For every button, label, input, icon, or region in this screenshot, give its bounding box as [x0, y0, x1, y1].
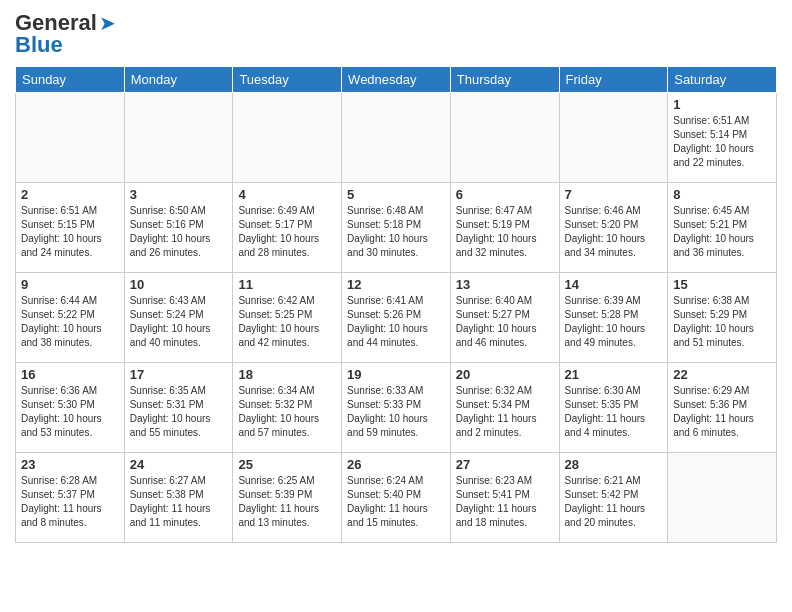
calendar-cell: 26Sunrise: 6:24 AM Sunset: 5:40 PM Dayli… [342, 453, 451, 543]
calendar-cell: 16Sunrise: 6:36 AM Sunset: 5:30 PM Dayli… [16, 363, 125, 453]
day-info: Sunrise: 6:49 AM Sunset: 5:17 PM Dayligh… [238, 204, 336, 260]
day-number: 7 [565, 187, 663, 202]
calendar-cell: 27Sunrise: 6:23 AM Sunset: 5:41 PM Dayli… [450, 453, 559, 543]
day-number: 17 [130, 367, 228, 382]
calendar-cell: 5Sunrise: 6:48 AM Sunset: 5:18 PM Daylig… [342, 183, 451, 273]
day-number: 6 [456, 187, 554, 202]
day-info: Sunrise: 6:33 AM Sunset: 5:33 PM Dayligh… [347, 384, 445, 440]
calendar-cell: 21Sunrise: 6:30 AM Sunset: 5:35 PM Dayli… [559, 363, 668, 453]
day-info: Sunrise: 6:48 AM Sunset: 5:18 PM Dayligh… [347, 204, 445, 260]
day-info: Sunrise: 6:23 AM Sunset: 5:41 PM Dayligh… [456, 474, 554, 530]
header-thursday: Thursday [450, 67, 559, 93]
day-info: Sunrise: 6:38 AM Sunset: 5:29 PM Dayligh… [673, 294, 771, 350]
day-number: 22 [673, 367, 771, 382]
day-info: Sunrise: 6:51 AM Sunset: 5:15 PM Dayligh… [21, 204, 119, 260]
calendar-cell: 24Sunrise: 6:27 AM Sunset: 5:38 PM Dayli… [124, 453, 233, 543]
day-number: 20 [456, 367, 554, 382]
calendar-cell: 7Sunrise: 6:46 AM Sunset: 5:20 PM Daylig… [559, 183, 668, 273]
calendar-cell: 28Sunrise: 6:21 AM Sunset: 5:42 PM Dayli… [559, 453, 668, 543]
day-info: Sunrise: 6:32 AM Sunset: 5:34 PM Dayligh… [456, 384, 554, 440]
calendar-cell: 9Sunrise: 6:44 AM Sunset: 5:22 PM Daylig… [16, 273, 125, 363]
calendar-cell [124, 93, 233, 183]
week-row-3: 16Sunrise: 6:36 AM Sunset: 5:30 PM Dayli… [16, 363, 777, 453]
calendar-cell [16, 93, 125, 183]
week-row-4: 23Sunrise: 6:28 AM Sunset: 5:37 PM Dayli… [16, 453, 777, 543]
day-info: Sunrise: 6:36 AM Sunset: 5:30 PM Dayligh… [21, 384, 119, 440]
calendar-cell: 6Sunrise: 6:47 AM Sunset: 5:19 PM Daylig… [450, 183, 559, 273]
day-number: 10 [130, 277, 228, 292]
day-number: 11 [238, 277, 336, 292]
day-number: 13 [456, 277, 554, 292]
calendar-cell [450, 93, 559, 183]
day-number: 5 [347, 187, 445, 202]
day-info: Sunrise: 6:25 AM Sunset: 5:39 PM Dayligh… [238, 474, 336, 530]
header-friday: Friday [559, 67, 668, 93]
day-number: 19 [347, 367, 445, 382]
calendar-cell: 22Sunrise: 6:29 AM Sunset: 5:36 PM Dayli… [668, 363, 777, 453]
calendar-table: SundayMondayTuesdayWednesdayThursdayFrid… [15, 66, 777, 543]
day-number: 26 [347, 457, 445, 472]
header-wednesday: Wednesday [342, 67, 451, 93]
calendar-cell: 14Sunrise: 6:39 AM Sunset: 5:28 PM Dayli… [559, 273, 668, 363]
calendar-cell [668, 453, 777, 543]
header-sunday: Sunday [16, 67, 125, 93]
day-number: 18 [238, 367, 336, 382]
day-info: Sunrise: 6:29 AM Sunset: 5:36 PM Dayligh… [673, 384, 771, 440]
calendar-header-row: SundayMondayTuesdayWednesdayThursdayFrid… [16, 67, 777, 93]
logo-blue: Blue [15, 32, 63, 58]
calendar-cell: 23Sunrise: 6:28 AM Sunset: 5:37 PM Dayli… [16, 453, 125, 543]
day-info: Sunrise: 6:42 AM Sunset: 5:25 PM Dayligh… [238, 294, 336, 350]
day-info: Sunrise: 6:39 AM Sunset: 5:28 PM Dayligh… [565, 294, 663, 350]
calendar-cell: 8Sunrise: 6:45 AM Sunset: 5:21 PM Daylig… [668, 183, 777, 273]
day-number: 16 [21, 367, 119, 382]
calendar-cell: 17Sunrise: 6:35 AM Sunset: 5:31 PM Dayli… [124, 363, 233, 453]
week-row-2: 9Sunrise: 6:44 AM Sunset: 5:22 PM Daylig… [16, 273, 777, 363]
calendar-cell: 3Sunrise: 6:50 AM Sunset: 5:16 PM Daylig… [124, 183, 233, 273]
day-number: 24 [130, 457, 228, 472]
calendar-cell: 11Sunrise: 6:42 AM Sunset: 5:25 PM Dayli… [233, 273, 342, 363]
header-tuesday: Tuesday [233, 67, 342, 93]
calendar-cell: 13Sunrise: 6:40 AM Sunset: 5:27 PM Dayli… [450, 273, 559, 363]
calendar-cell [233, 93, 342, 183]
page: General ➤ Blue SundayMondayTuesdayWednes… [0, 0, 792, 553]
day-number: 27 [456, 457, 554, 472]
header: General ➤ Blue [15, 10, 777, 58]
logo: General ➤ Blue [15, 10, 116, 58]
day-number: 23 [21, 457, 119, 472]
calendar-cell: 15Sunrise: 6:38 AM Sunset: 5:29 PM Dayli… [668, 273, 777, 363]
logo-bird-icon: ➤ [99, 11, 116, 35]
day-info: Sunrise: 6:30 AM Sunset: 5:35 PM Dayligh… [565, 384, 663, 440]
header-saturday: Saturday [668, 67, 777, 93]
day-info: Sunrise: 6:27 AM Sunset: 5:38 PM Dayligh… [130, 474, 228, 530]
day-number: 15 [673, 277, 771, 292]
day-info: Sunrise: 6:21 AM Sunset: 5:42 PM Dayligh… [565, 474, 663, 530]
calendar-cell: 4Sunrise: 6:49 AM Sunset: 5:17 PM Daylig… [233, 183, 342, 273]
day-info: Sunrise: 6:45 AM Sunset: 5:21 PM Dayligh… [673, 204, 771, 260]
day-info: Sunrise: 6:34 AM Sunset: 5:32 PM Dayligh… [238, 384, 336, 440]
day-number: 9 [21, 277, 119, 292]
day-info: Sunrise: 6:43 AM Sunset: 5:24 PM Dayligh… [130, 294, 228, 350]
day-info: Sunrise: 6:24 AM Sunset: 5:40 PM Dayligh… [347, 474, 445, 530]
calendar-cell [342, 93, 451, 183]
calendar-cell: 10Sunrise: 6:43 AM Sunset: 5:24 PM Dayli… [124, 273, 233, 363]
day-info: Sunrise: 6:51 AM Sunset: 5:14 PM Dayligh… [673, 114, 771, 170]
week-row-1: 2Sunrise: 6:51 AM Sunset: 5:15 PM Daylig… [16, 183, 777, 273]
day-number: 8 [673, 187, 771, 202]
day-info: Sunrise: 6:35 AM Sunset: 5:31 PM Dayligh… [130, 384, 228, 440]
header-monday: Monday [124, 67, 233, 93]
day-info: Sunrise: 6:50 AM Sunset: 5:16 PM Dayligh… [130, 204, 228, 260]
calendar-cell: 20Sunrise: 6:32 AM Sunset: 5:34 PM Dayli… [450, 363, 559, 453]
day-number: 28 [565, 457, 663, 472]
day-info: Sunrise: 6:28 AM Sunset: 5:37 PM Dayligh… [21, 474, 119, 530]
calendar-cell: 1Sunrise: 6:51 AM Sunset: 5:14 PM Daylig… [668, 93, 777, 183]
week-row-0: 1Sunrise: 6:51 AM Sunset: 5:14 PM Daylig… [16, 93, 777, 183]
day-info: Sunrise: 6:47 AM Sunset: 5:19 PM Dayligh… [456, 204, 554, 260]
day-info: Sunrise: 6:41 AM Sunset: 5:26 PM Dayligh… [347, 294, 445, 350]
day-info: Sunrise: 6:44 AM Sunset: 5:22 PM Dayligh… [21, 294, 119, 350]
day-number: 25 [238, 457, 336, 472]
day-number: 21 [565, 367, 663, 382]
calendar-cell: 2Sunrise: 6:51 AM Sunset: 5:15 PM Daylig… [16, 183, 125, 273]
calendar-cell [559, 93, 668, 183]
day-number: 4 [238, 187, 336, 202]
calendar-cell: 25Sunrise: 6:25 AM Sunset: 5:39 PM Dayli… [233, 453, 342, 543]
